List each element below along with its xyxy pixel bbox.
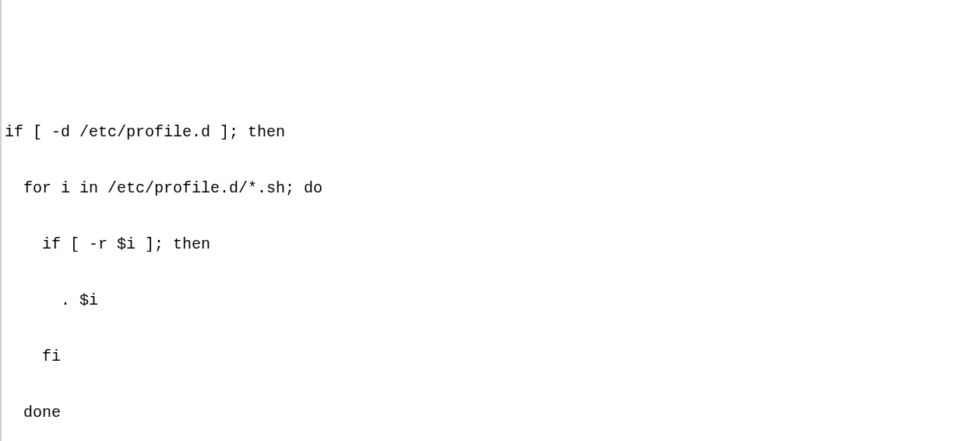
code-line-2: for i in /etc/profile.d/*.sh; do — [2, 175, 980, 203]
code-line-4: . $i — [2, 287, 980, 315]
code-line-3: if [ -r $i ]; then — [2, 231, 980, 259]
code-line-6: done — [2, 399, 980, 427]
code-line-5: fi — [2, 343, 980, 371]
code-line-1: if [ -d /etc/profile.d ]; then — [2, 118, 980, 146]
